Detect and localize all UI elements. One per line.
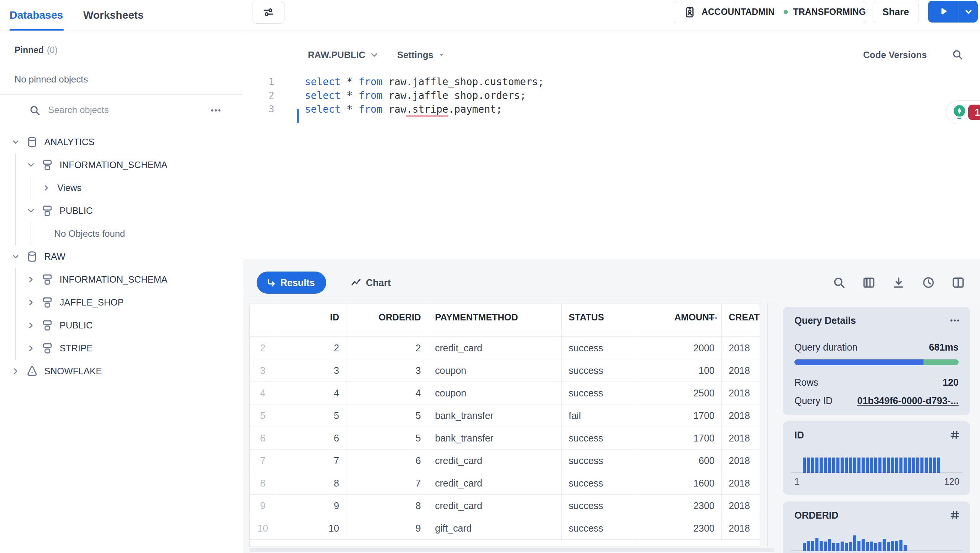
columns-icon[interactable]: [862, 276, 875, 289]
database-icon: [26, 136, 38, 148]
table-row-9[interactable]: 998credit_cardsuccess23002018: [250, 495, 760, 517]
table-row-3[interactable]: 333couponsuccess1002018: [250, 359, 760, 382]
tab-databases[interactable]: Databases: [10, 0, 63, 31]
table-row-6[interactable]: 665bank_transfersuccess17002018: [250, 427, 760, 450]
chevron-down-icon[interactable]: [26, 160, 36, 170]
copilot-widget[interactable]: 1: [946, 100, 980, 124]
tab-results[interactable]: Results: [257, 272, 326, 294]
chevron-right-icon[interactable]: [26, 298, 36, 307]
table-body-viewport[interactable]: 111credit_cardsuccess10002018222credit_c…: [250, 331, 760, 540]
tree-item-information-schema[interactable]: INFORMATION_SCHEMA: [0, 268, 243, 291]
run-button[interactable]: [928, 1, 978, 23]
chevron-right-icon[interactable]: [26, 275, 36, 285]
rows-label: Rows: [794, 377, 818, 388]
cell: [346, 540, 428, 540]
column-stats-card-id[interactable]: ID 1 120: [783, 421, 970, 495]
tree-item-stripe[interactable]: STRIPE: [0, 337, 243, 360]
column-header-created[interactable]: CREATED: [722, 304, 760, 331]
run-options-chevron-icon[interactable]: [959, 1, 978, 23]
query-details-menu-icon[interactable]: [949, 315, 960, 326]
suggestion-bulb-icon: [951, 104, 968, 121]
stats-card-title: ORDERID: [794, 510, 838, 521]
editor-search-icon[interactable]: [952, 49, 963, 60]
code-line-2[interactable]: 2select * from raw.jaffle_shop.orders;: [243, 89, 980, 102]
sql-editor[interactable]: 1select * from raw.jaffle_shop.customers…: [243, 75, 980, 116]
table-row-11[interactable]: 11: [250, 540, 760, 540]
cell: 1700: [638, 427, 722, 449]
chevron-right-icon[interactable]: [26, 320, 36, 330]
tree-item-label: JAFFLE_SHOP: [60, 297, 124, 308]
more-options-icon[interactable]: [210, 105, 222, 116]
context-selector[interactable]: ACCOUNTADMIN TRANSFORMING: [674, 1, 866, 23]
table-row-2[interactable]: 222credit_cardsuccess20002018: [250, 337, 760, 359]
histogram-bar: [916, 458, 919, 473]
cell: [722, 540, 760, 540]
editor-options-button[interactable]: [252, 1, 285, 24]
histogram-bar: [853, 458, 856, 473]
histogram-bar: [920, 458, 923, 473]
tree-indent-guide: [15, 222, 16, 245]
table-row-7[interactable]: 776credit_cardsuccess6002018: [250, 450, 760, 472]
code-line-1[interactable]: 1select * from raw.jaffle_shop.customers…: [243, 75, 980, 89]
cell: 2300: [638, 495, 722, 517]
chevron-down-icon[interactable]: [11, 137, 21, 147]
row-number: 5: [250, 404, 276, 427]
cell: credit_card: [428, 450, 562, 472]
column-header-orderid[interactable]: ORDERID: [346, 304, 428, 331]
table-row-4[interactable]: 444couponsuccess25002018: [250, 382, 760, 404]
sql-keyword: from: [359, 90, 383, 101]
table-row-8[interactable]: 887credit_cardsuccess16002018: [250, 472, 760, 495]
code-versions-button[interactable]: Code Versions: [863, 50, 927, 60]
suggestion-count-badge: 1: [968, 105, 980, 120]
histogram-bar: [836, 458, 839, 473]
histogram-bar: [841, 542, 844, 551]
tree-item-public[interactable]: PUBLIC: [0, 314, 243, 337]
column-menu-dots-icon[interactable]: [708, 313, 718, 323]
tab-chart[interactable]: Chart: [351, 272, 391, 294]
tree-item-analytics[interactable]: ANALYTICS: [0, 131, 243, 154]
tree-item-public[interactable]: PUBLIC: [0, 199, 243, 222]
query-id-link[interactable]: 01b349f6-0000-d793-...: [857, 395, 959, 406]
table-row-5[interactable]: 555bank_transferfail17002018: [250, 404, 760, 427]
column-stats-card-orderid[interactable]: ORDERID: [783, 501, 970, 553]
table-row-10[interactable]: 10109gift_cardsuccess23002018: [250, 517, 760, 540]
numeric-column-icon: [949, 430, 960, 440]
download-icon[interactable]: [892, 276, 905, 289]
search-icon[interactable]: [833, 276, 846, 289]
role-label: ACCOUNTADMIN: [702, 7, 775, 17]
settings-dropdown[interactable]: Settings: [397, 50, 446, 60]
chevron-right-icon[interactable]: [41, 183, 51, 193]
cell: [562, 540, 638, 540]
histogram-bar: [874, 458, 877, 473]
histogram-bar: [820, 458, 823, 473]
share-button[interactable]: Share: [873, 1, 919, 23]
split-panel-icon[interactable]: [952, 276, 965, 289]
tree-item-jaffle-shop[interactable]: JAFFLE_SHOP: [0, 291, 243, 314]
chevron-down-icon[interactable]: [26, 206, 36, 216]
chevron-right-icon[interactable]: [11, 366, 21, 376]
table-horizontal-scrollbar[interactable]: [249, 548, 775, 552]
chevron-down-icon[interactable]: [11, 252, 21, 262]
chevron-right-icon[interactable]: [26, 343, 36, 353]
results-toolbar-divider: [243, 296, 980, 296]
tab-worksheets[interactable]: Worksheets: [83, 0, 144, 31]
sql-text: raw: [383, 103, 407, 115]
history-icon[interactable]: [922, 276, 935, 289]
code-line-3[interactable]: 3select * from raw.stripe.payment;: [243, 102, 980, 116]
table-vertical-scrollbar[interactable]: [767, 304, 768, 546]
numeric-column-icon: [949, 510, 960, 521]
column-header-id[interactable]: ID: [276, 304, 346, 331]
tree-item-information-schema[interactable]: INFORMATION_SCHEMA: [0, 154, 243, 176]
column-header-paymentmethod[interactable]: PAYMENTMETHOD: [428, 304, 562, 331]
cell: 2018: [722, 472, 760, 494]
play-icon[interactable]: [928, 1, 959, 23]
tree-item-views[interactable]: Views: [0, 176, 243, 199]
search-objects-input[interactable]: Search objects: [0, 100, 243, 121]
column-header-status[interactable]: STATUS: [562, 304, 638, 331]
table-row-1[interactable]: 111credit_cardsuccess10002018: [250, 331, 760, 337]
schema-context-dropdown[interactable]: RAW.PUBLIC: [308, 50, 379, 60]
cell: credit_card: [428, 472, 562, 494]
tree-item-snowflake[interactable]: SNOWFLAKE: [0, 360, 243, 383]
tree-item-raw[interactable]: RAW: [0, 245, 243, 268]
cell: fail: [562, 404, 638, 427]
